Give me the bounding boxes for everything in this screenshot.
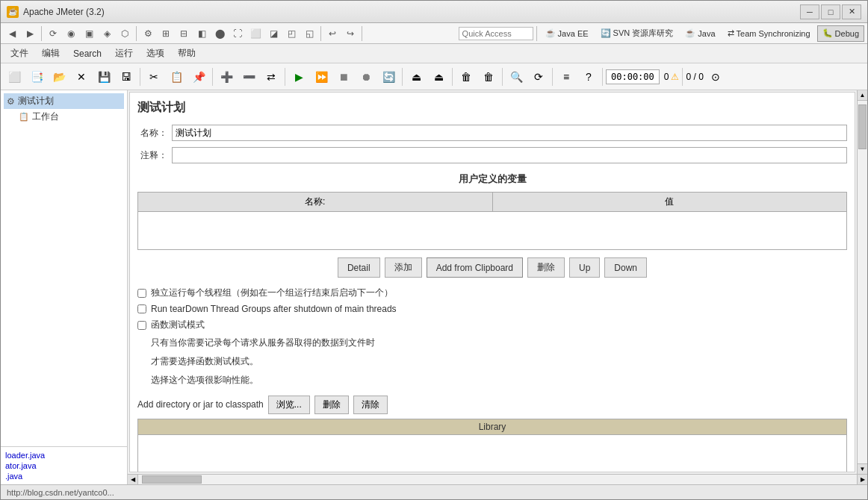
- col-value: 值: [493, 193, 847, 211]
- tree-item-workbench[interactable]: 📋 工作台: [4, 109, 124, 125]
- menu-run[interactable]: 运行: [108, 44, 140, 63]
- save-button[interactable]: 💾: [93, 66, 114, 87]
- file-entry-loader[interactable]: loader.java: [4, 450, 124, 460]
- add-from-clipboard-button[interactable]: Add from Clipboard: [427, 257, 523, 278]
- copy-button[interactable]: 📋: [166, 66, 187, 87]
- perspective-svn[interactable]: 🔄 SVN 资源库研究: [595, 25, 679, 42]
- ratio-btn[interactable]: ⊙: [705, 66, 726, 87]
- scrollbar-thumb[interactable]: [858, 104, 867, 149]
- menu-edit[interactable]: 编辑: [35, 44, 66, 63]
- down-button[interactable]: Down: [604, 257, 647, 278]
- reset-search-button[interactable]: ⟳: [528, 66, 549, 87]
- scroll-down-button[interactable]: ▼: [858, 463, 867, 474]
- search-btn[interactable]: 🔍: [506, 66, 527, 87]
- info-text-3: 选择这个选项很影响性能。: [151, 373, 847, 387]
- toolbar-btn-6[interactable]: ⚙: [140, 25, 156, 42]
- team-sync-icon: ⇄: [728, 28, 734, 38]
- toolbar-btn-8[interactable]: ⊟: [176, 25, 192, 42]
- save-as-button[interactable]: 🖫: [116, 66, 137, 87]
- name-input[interactable]: [172, 125, 847, 141]
- library-table: Library: [137, 419, 847, 472]
- toolbar-btn-3[interactable]: ▣: [81, 25, 97, 42]
- templates-button[interactable]: 📑: [26, 66, 47, 87]
- close-button2[interactable]: ✕: [71, 66, 92, 87]
- menu-options[interactable]: 选项: [140, 44, 171, 63]
- toolbar-btn-17[interactable]: ↪: [342, 25, 359, 42]
- remote-start-button[interactable]: 🔄: [378, 66, 399, 87]
- scrollbar-track: [858, 101, 867, 463]
- clear-classpath-button[interactable]: 清除: [353, 396, 388, 414]
- detail-button[interactable]: Detail: [338, 257, 380, 278]
- perspective-java[interactable]: ☕ Java: [680, 25, 720, 42]
- menu-file[interactable]: 文件: [4, 44, 35, 63]
- scroll-up-button[interactable]: ▲: [858, 90, 867, 101]
- perspective-team-sync[interactable]: ⇄ Team Synchronizing: [722, 25, 816, 42]
- file-entry-java[interactable]: .java: [4, 471, 124, 481]
- navigate-back-button[interactable]: ◀: [4, 25, 20, 42]
- checkbox-row-2: Run tearDown Thread Groups after shutdow…: [137, 304, 847, 314]
- toolbar-btn-11[interactable]: ⛶: [229, 25, 246, 42]
- perspective-debug[interactable]: 🐛 Debug: [817, 25, 864, 42]
- hscroll-right-button[interactable]: ▶: [857, 475, 867, 484]
- hscroll-thumb[interactable]: [142, 475, 202, 484]
- jm-sep-3: [285, 68, 285, 86]
- toolbar-btn-12[interactable]: ⬜: [247, 25, 264, 42]
- shutdown-button[interactable]: ⏺: [356, 66, 376, 87]
- toolbar-btn-7[interactable]: ⊞: [158, 25, 174, 42]
- new-button[interactable]: ⬜: [4, 66, 25, 87]
- help-button[interactable]: ?: [578, 66, 599, 87]
- perspective-java-ee[interactable]: ☕ Java EE: [540, 25, 594, 42]
- checkbox-functional[interactable]: [137, 321, 146, 330]
- left-panel: ⚙ 测试计划 📋 工作台 loader.java ator.java .java: [1, 90, 128, 484]
- user-vars-title: 用户定义的变量: [137, 172, 847, 186]
- toolbar-btn-1[interactable]: ⟳: [45, 25, 61, 42]
- toolbar-btn-13[interactable]: ◪: [265, 25, 282, 42]
- checkbox-teardown[interactable]: [137, 304, 146, 313]
- toolbar-btn-14[interactable]: ◰: [283, 25, 300, 42]
- status-bar: http://blog.csdn.net/yantco0...: [1, 484, 867, 499]
- open-button[interactable]: 📂: [49, 66, 69, 87]
- list-button[interactable]: ≡: [556, 66, 577, 87]
- toolbar-btn-9[interactable]: ◧: [193, 25, 210, 42]
- table-header: 名称: 值: [138, 193, 846, 212]
- start-button[interactable]: ▶: [288, 66, 309, 87]
- expand-button[interactable]: ➕: [216, 66, 237, 87]
- quick-access-input[interactable]: [459, 27, 533, 40]
- library-body: [138, 435, 846, 472]
- error-indicator: 0 ⚠: [664, 72, 680, 82]
- browse-button[interactable]: 浏览...: [268, 396, 310, 414]
- toggle-button[interactable]: ⇄: [261, 66, 282, 87]
- maximize-button[interactable]: □: [821, 4, 840, 19]
- up-button[interactable]: Up: [569, 257, 600, 278]
- toolbar-btn-2[interactable]: ◉: [63, 25, 79, 42]
- toolbar-btn-5[interactable]: ⬡: [117, 25, 133, 42]
- remote-stop-button[interactable]: ⏏: [406, 66, 427, 87]
- collapse-button[interactable]: ➖: [238, 66, 259, 87]
- info-text-2: 才需要选择函数测试模式。: [151, 354, 847, 369]
- start-no-pause-button[interactable]: ⏩: [311, 66, 332, 87]
- cut-button[interactable]: ✂: [143, 66, 164, 87]
- toolbar-btn-4[interactable]: ◈: [99, 25, 115, 42]
- hscroll-left-button[interactable]: ◀: [128, 475, 138, 484]
- navigate-forward-button[interactable]: ▶: [22, 25, 38, 42]
- add-button[interactable]: 添加: [385, 257, 422, 278]
- svn-icon: 🔄: [601, 28, 611, 38]
- toolbar-btn-15[interactable]: ◱: [301, 25, 317, 42]
- minimize-button[interactable]: ─: [800, 4, 819, 19]
- clear-all-button[interactable]: 🗑: [478, 66, 499, 87]
- menu-search[interactable]: Search: [66, 46, 108, 62]
- close-button[interactable]: ✕: [842, 4, 861, 19]
- checkbox-thread-groups[interactable]: [137, 289, 146, 298]
- comment-input[interactable]: [172, 147, 847, 163]
- paste-button[interactable]: 📌: [188, 66, 209, 87]
- toolbar-btn-16[interactable]: ↩: [324, 25, 341, 42]
- classpath-delete-button[interactable]: 删除: [314, 396, 349, 414]
- clear-button[interactable]: 🗑: [456, 66, 477, 87]
- delete-button[interactable]: 删除: [527, 257, 565, 278]
- file-entry-ator[interactable]: ator.java: [4, 460, 124, 471]
- stop-button[interactable]: ⏹: [333, 66, 354, 87]
- remote-stop-all-button[interactable]: ⏏: [428, 66, 449, 87]
- menu-help[interactable]: 帮助: [171, 44, 202, 63]
- tree-item-test-plan[interactable]: ⚙ 测试计划: [4, 93, 124, 109]
- toolbar-btn-10[interactable]: ⬤: [211, 25, 228, 42]
